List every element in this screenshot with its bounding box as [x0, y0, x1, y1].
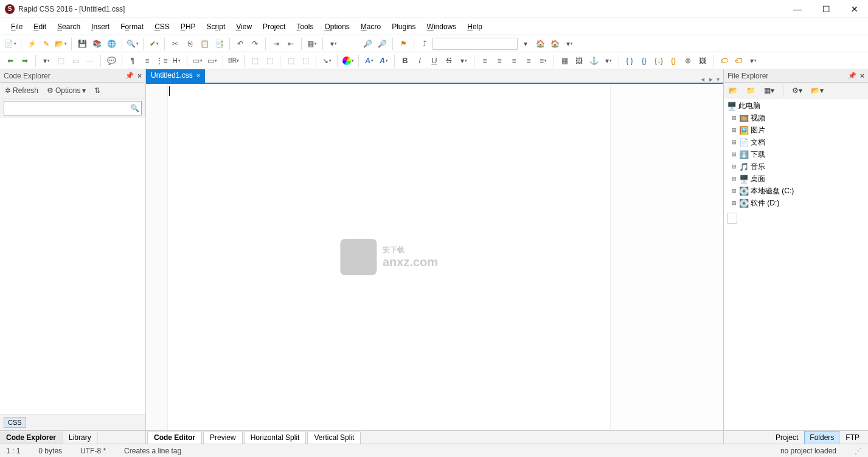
- folder-drop-button[interactable]: 📂▾: [808, 85, 826, 96]
- gear-button[interactable]: ⚙▾: [790, 85, 805, 96]
- undo-button[interactable]: ↶: [234, 37, 247, 50]
- align-right-button[interactable]: ≡: [507, 54, 521, 67]
- new-file-button[interactable]: 📄: [4, 37, 17, 50]
- font2-button[interactable]: A: [377, 54, 391, 67]
- code-search-input[interactable]: [4, 102, 128, 114]
- menu-view[interactable]: View: [231, 20, 257, 33]
- menu-format[interactable]: Format: [116, 20, 148, 33]
- up-folder-button[interactable]: 📂: [726, 85, 740, 96]
- dim-icon-1[interactable]: ⬚: [54, 54, 68, 67]
- final-drop-button[interactable]: ▾: [746, 54, 760, 67]
- upload-button[interactable]: 🌐: [105, 37, 118, 50]
- panel-close-right[interactable]: ×: [860, 72, 864, 80]
- expand-icon[interactable]: ⊞: [730, 188, 738, 194]
- sync-folder-button[interactable]: 📁: [744, 85, 758, 96]
- nav-more-button[interactable]: ▾: [563, 37, 576, 50]
- expand-icon[interactable]: ⊞: [730, 127, 738, 133]
- tab-close-icon[interactable]: ×: [196, 72, 200, 79]
- preview-img-button[interactable]: 🖼: [696, 54, 709, 67]
- menu-macro[interactable]: Macro: [356, 20, 386, 33]
- brace4-button[interactable]: {}: [667, 54, 680, 67]
- nav-back-button[interactable]: ⬅: [4, 54, 17, 67]
- pin-icon[interactable]: 📌: [125, 72, 134, 80]
- search-icon[interactable]: 🔍: [128, 104, 141, 112]
- align-more-button[interactable]: ≡: [536, 54, 550, 67]
- dim-icon-3[interactable]: —: [83, 54, 97, 67]
- zoom-button[interactable]: 🔍: [126, 37, 139, 50]
- save-button[interactable]: 💾: [75, 37, 89, 50]
- table-button[interactable]: ▦: [558, 54, 571, 67]
- expand-icon[interactable]: ⊞: [730, 151, 738, 157]
- resize-grip[interactable]: ⋰: [855, 447, 862, 455]
- tree-item[interactable]: ⊞🎞️视频: [724, 112, 868, 124]
- menu-edit[interactable]: Edit: [29, 20, 51, 33]
- nav-drop[interactable]: ▾: [40, 54, 53, 67]
- menu-css[interactable]: CSS: [150, 20, 175, 33]
- image-button[interactable]: 🖼: [572, 54, 586, 67]
- home-nav-button[interactable]: 🏠: [533, 37, 547, 50]
- link2-button[interactable]: ⬚: [299, 54, 312, 67]
- align-center-button[interactable]: ≡: [493, 54, 506, 67]
- cut-button[interactable]: ✂: [168, 37, 182, 50]
- wizard-button[interactable]: ⚡: [25, 37, 38, 50]
- clipboard-button[interactable]: 📑: [212, 37, 226, 50]
- anchor-button[interactable]: ⚓: [587, 54, 600, 67]
- expand-icon[interactable]: ⊞: [730, 139, 738, 145]
- editor-tab[interactable]: Untitled1.css ×: [146, 69, 205, 83]
- bookmark-button[interactable]: ⚑: [397, 37, 410, 50]
- tab-list-button[interactable]: ▾: [717, 76, 720, 83]
- block-button[interactable]: ▭: [191, 54, 204, 67]
- para-button[interactable]: ¶: [126, 54, 139, 67]
- tree-item[interactable]: ⊞⬇️下载: [724, 148, 868, 160]
- menu-options[interactable]: Options: [319, 20, 354, 33]
- open-button[interactable]: 📂: [54, 37, 68, 50]
- brace3-button[interactable]: {↓}: [652, 54, 665, 67]
- expand-icon[interactable]: ⊞: [730, 163, 738, 170]
- tree-item[interactable]: ⊞📄文档: [724, 136, 868, 148]
- search-drop[interactable]: ▾: [519, 37, 532, 50]
- strike-button[interactable]: S: [442, 54, 456, 67]
- italic-button[interactable]: I: [413, 54, 426, 67]
- align-justify-button[interactable]: ≡: [522, 54, 535, 67]
- list-ul-button[interactable]: ⋮≡: [155, 54, 168, 67]
- tag-yellow2-button[interactable]: 🏷: [732, 54, 745, 67]
- tab-code-explorer[interactable]: Code Explorer: [0, 431, 63, 444]
- menu-file[interactable]: File: [6, 20, 27, 33]
- nav-fwd-button[interactable]: ➡: [18, 54, 32, 67]
- search-combo[interactable]: [432, 38, 518, 50]
- tab-project[interactable]: Project: [771, 431, 803, 444]
- minimize-button[interactable]: —: [788, 2, 807, 16]
- menu-script[interactable]: Script: [202, 20, 231, 33]
- find-button[interactable]: 🔎: [361, 37, 374, 50]
- heading-button[interactable]: H: [170, 54, 183, 67]
- pin-icon-right[interactable]: 📌: [848, 72, 856, 80]
- tag-yellow1-button[interactable]: 🏷: [717, 54, 731, 67]
- expand-icon[interactable]: ⊞: [730, 115, 738, 121]
- tree-item[interactable]: ⊞💽本地磁盘 (C:): [724, 185, 868, 197]
- menu-php[interactable]: PHP: [176, 20, 201, 33]
- check-button[interactable]: ✔: [147, 37, 161, 50]
- view-mode-button[interactable]: ▦▾: [762, 85, 777, 96]
- link-button[interactable]: ⬚: [284, 54, 297, 67]
- tree-item[interactable]: ⊞🖼️图片: [724, 124, 868, 136]
- code-search-box[interactable]: 🔍: [4, 101, 142, 115]
- menu-project[interactable]: Project: [258, 20, 290, 33]
- options-button[interactable]: ⚙ Options ▾: [44, 85, 88, 96]
- menu-search[interactable]: Search: [52, 20, 85, 33]
- redo-button[interactable]: ↷: [248, 37, 262, 50]
- br-button[interactable]: BR: [227, 54, 240, 67]
- tree-item[interactable]: ⊞🎵音乐: [724, 160, 868, 173]
- panel-close-button[interactable]: ×: [137, 72, 142, 80]
- outdent-button[interactable]: ⇤: [284, 37, 297, 50]
- align-left-button[interactable]: ≡: [478, 54, 491, 67]
- tab-preview[interactable]: Preview: [203, 431, 243, 444]
- dim-icon-2[interactable]: ▭: [69, 54, 82, 67]
- tab-hsplit[interactable]: Horizontal Split: [244, 431, 307, 444]
- tab-prev-button[interactable]: ◄: [700, 76, 706, 83]
- comment-button[interactable]: 💬: [105, 54, 118, 67]
- layout-button[interactable]: ▦: [305, 37, 319, 50]
- brace2-button[interactable]: {}: [637, 54, 651, 67]
- list-ol-button[interactable]: ≡: [141, 54, 154, 67]
- font-button[interactable]: A: [363, 54, 376, 67]
- underline-button[interactable]: U: [428, 54, 441, 67]
